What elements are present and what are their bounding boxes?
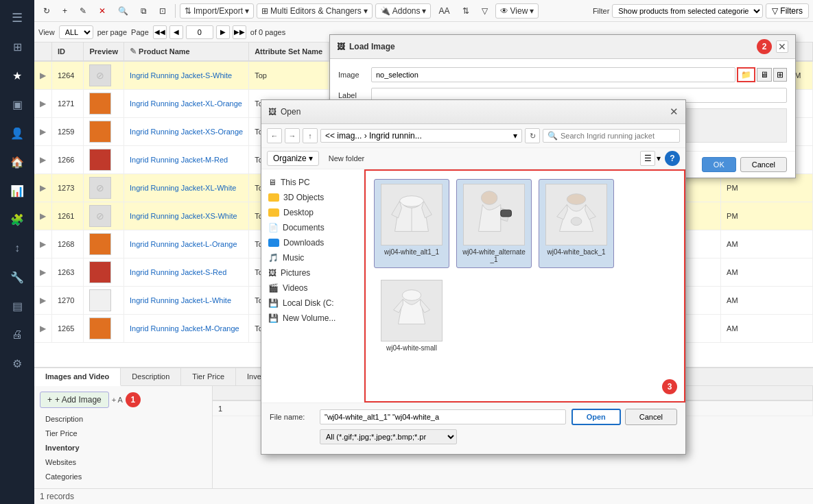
open-button[interactable]: Open bbox=[572, 409, 621, 425]
expand-cell[interactable]: ▶ bbox=[34, 146, 52, 174]
sidebar-pictures[interactable]: 🖼 Pictures bbox=[261, 265, 364, 280]
product-name-cell[interactable]: Ingrid Running Jacket-M-Red bbox=[124, 146, 249, 174]
cancel-button-load[interactable]: Cancel bbox=[740, 157, 787, 172]
product-name-cell[interactable]: Ingrid Running Jacket-XS-Orange bbox=[124, 118, 249, 146]
sidebar-3d-objects[interactable]: 3D Objects bbox=[261, 190, 364, 205]
product-name-cell[interactable]: Ingrid Running Jacket-S-Red bbox=[124, 259, 249, 287]
delete-button[interactable]: ✕ bbox=[94, 3, 110, 19]
browse-folder-button[interactable]: 📁 bbox=[737, 67, 755, 82]
back-button[interactable]: ← bbox=[267, 128, 282, 143]
aa-button[interactable]: AA bbox=[434, 3, 454, 19]
sidebar-music[interactable]: 🎵 Music bbox=[261, 250, 364, 265]
file-name-input[interactable] bbox=[320, 409, 566, 424]
addons-dropdown[interactable]: 🔌 Addons ▾ bbox=[375, 3, 432, 19]
menu-websites[interactable]: Websites bbox=[40, 455, 207, 469]
file-item-4[interactable]: wj04-white-small bbox=[374, 275, 449, 357]
file-type-select[interactable]: All (*.gif;*.jpg;*.jpeg;*.bmp;*.pr bbox=[320, 429, 457, 444]
sidebar-downloads[interactable]: Downloads bbox=[261, 235, 364, 250]
breadcrumb[interactable]: << imag... › Ingrid runnin... ▾ bbox=[320, 129, 522, 143]
sidebar-square-icon[interactable]: ▣ bbox=[5, 92, 30, 117]
list-view-button[interactable]: ☰ bbox=[640, 151, 655, 166]
search-input[interactable] bbox=[561, 132, 675, 140]
sidebar-videos[interactable]: 🎬 Videos bbox=[261, 280, 364, 296]
dialog-close-button[interactable]: ✕ bbox=[776, 40, 788, 53]
expand-cell[interactable]: ▶ bbox=[34, 61, 52, 90]
product-name-cell[interactable]: Ingrid Running Jacket-XL-White bbox=[124, 174, 249, 202]
sidebar-wrench-icon[interactable]: 🔧 bbox=[5, 265, 30, 289]
file-item-1[interactable]: wj04-white_alt1_1 bbox=[374, 179, 449, 268]
help-button[interactable]: ? bbox=[665, 151, 680, 166]
sidebar-arrow-icon[interactable]: ↕ bbox=[5, 236, 30, 261]
product-name-cell[interactable]: Ingrid Running Jacket-S-White bbox=[124, 61, 249, 90]
sidebar-home-icon[interactable]: 🏠 bbox=[5, 149, 30, 174]
sidebar-grid-icon[interactable]: ⊞ bbox=[5, 34, 30, 59]
first-page-button[interactable]: ◀◀ bbox=[153, 25, 167, 39]
view-dropdown[interactable]: 👁 View ▾ bbox=[495, 3, 539, 19]
image-btn-2[interactable]: 🖥 bbox=[757, 68, 772, 82]
open-dialog-close-button[interactable]: ✕ bbox=[670, 106, 679, 118]
sidebar-chart-icon[interactable]: 📊 bbox=[5, 178, 30, 203]
view-select[interactable]: ALL bbox=[59, 25, 93, 39]
menu-description[interactable]: Description bbox=[40, 412, 207, 426]
expand-cell[interactable]: ▶ bbox=[34, 174, 52, 202]
sidebar-user-icon[interactable]: 👤 bbox=[5, 121, 30, 145]
product-name-cell[interactable]: Ingrid Running Jacket-XL-Orange bbox=[124, 90, 249, 118]
sidebar-puzzle-icon[interactable]: 🧩 bbox=[5, 207, 30, 232]
image-input[interactable] bbox=[371, 67, 735, 82]
menu-inventory[interactable]: Inventory bbox=[40, 441, 207, 455]
next-page-button[interactable]: ▶ bbox=[216, 25, 230, 39]
th-attribute-set[interactable]: Attribute Set Name bbox=[249, 43, 329, 61]
sidebar-settings-icon[interactable]: ⚙ bbox=[5, 351, 30, 376]
expand-cell[interactable]: ▶ bbox=[34, 315, 52, 343]
duplicate-button[interactable]: ⧉ bbox=[136, 3, 152, 19]
edit-button[interactable]: ✎ bbox=[75, 3, 91, 19]
refresh-nav-button[interactable]: ↻ bbox=[525, 128, 540, 143]
product-name-cell[interactable]: Ingrid Running Jacket-XS-White bbox=[124, 202, 249, 230]
menu-categories[interactable]: Categories bbox=[40, 470, 207, 483]
expand-cell[interactable]: ▶ bbox=[34, 118, 52, 146]
th-id[interactable]: ID bbox=[52, 43, 84, 61]
sidebar-menu-icon[interactable]: ☰ bbox=[5, 5, 30, 30]
sidebar-local-disk[interactable]: 💾 Local Disk (C: bbox=[261, 296, 364, 311]
sidebar-this-pc[interactable]: 🖥 This PC bbox=[261, 175, 364, 190]
filters-button[interactable]: ▽ Filters bbox=[766, 3, 809, 19]
tab-images-video[interactable]: Images and Video bbox=[34, 368, 121, 386]
filter-select[interactable]: Show products from selected categories bbox=[612, 4, 763, 18]
expand-cell[interactable]: ▶ bbox=[34, 230, 52, 259]
image-btn-3[interactable]: ⊞ bbox=[773, 68, 787, 82]
new-folder-button[interactable]: New folder bbox=[323, 152, 370, 165]
sort-button[interactable]: ⇅ bbox=[458, 3, 474, 19]
cancel-button-open[interactable]: Cancel bbox=[625, 409, 677, 425]
page-input[interactable] bbox=[186, 25, 213, 39]
sidebar-new-volume[interactable]: 💾 New Volume... bbox=[261, 311, 364, 326]
th-product-name[interactable]: ✎ Product Name bbox=[124, 43, 249, 61]
menu-tier-price[interactable]: Tier Price bbox=[40, 427, 207, 440]
refresh-button[interactable]: ↻ bbox=[38, 3, 55, 19]
sidebar-desktop[interactable]: Desktop bbox=[261, 205, 364, 220]
add-image-button[interactable]: + + Add Image bbox=[40, 392, 109, 408]
file-item-2[interactable]: wj04-white_alternate_1 bbox=[456, 179, 532, 268]
last-page-button[interactable]: ▶▶ bbox=[233, 25, 246, 39]
sidebar-star-icon[interactable]: ★ bbox=[5, 63, 30, 88]
file-item-3[interactable]: wj04-white_back_1 bbox=[539, 179, 614, 268]
ok-button[interactable]: OK bbox=[702, 157, 736, 172]
product-name-cell[interactable]: Ingrid Running Jacket-L-White bbox=[124, 287, 249, 315]
expand-cell[interactable]: ▶ bbox=[34, 202, 52, 230]
filter-down-button[interactable]: ▽ bbox=[477, 3, 493, 19]
multi-editors-dropdown[interactable]: ⊞ Multi Editors & Changers ▾ bbox=[257, 3, 373, 19]
product-name-cell[interactable]: Ingrid Running Jacket-M-Orange bbox=[124, 315, 249, 343]
expand-cell[interactable]: ▶ bbox=[34, 287, 52, 315]
add-button[interactable]: + bbox=[58, 3, 72, 19]
tab-tier-price[interactable]: Tier Price bbox=[181, 368, 236, 385]
expand-cell[interactable]: ▶ bbox=[34, 90, 52, 118]
up-button[interactable]: ↑ bbox=[303, 128, 318, 143]
import-export-dropdown[interactable]: ⇅ Import/Export ▾ bbox=[180, 3, 254, 19]
prev-page-button[interactable]: ◀ bbox=[169, 25, 183, 39]
product-name-cell[interactable]: Ingrid Running Jacket-L-Orange bbox=[124, 230, 249, 259]
sidebar-print-icon[interactable]: 🖨 bbox=[5, 322, 30, 347]
move-button[interactable]: ⊡ bbox=[154, 3, 171, 19]
search-button[interactable]: 🔍 bbox=[113, 3, 133, 19]
organize-button[interactable]: Organize ▾ bbox=[267, 151, 319, 166]
sidebar-documents[interactable]: 📄 Documents bbox=[261, 220, 364, 235]
sidebar-list-icon[interactable]: ▤ bbox=[5, 293, 30, 318]
